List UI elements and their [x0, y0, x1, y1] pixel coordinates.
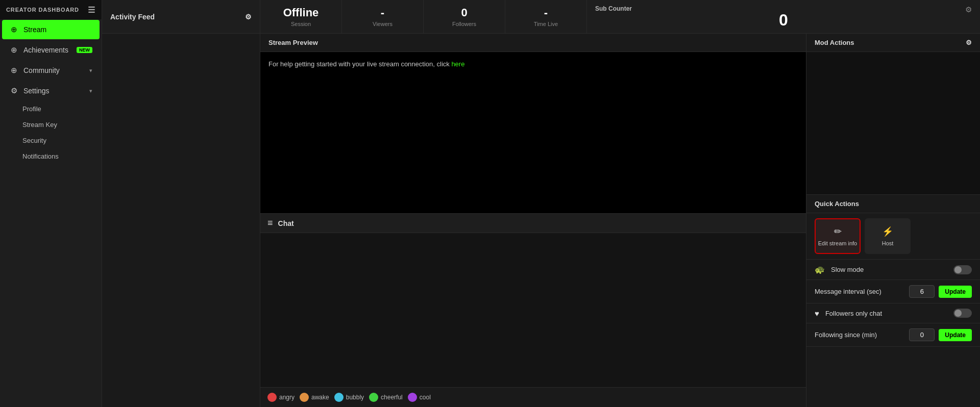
emote-chip-angry[interactable]: angry: [267, 393, 295, 402]
emote-chip-cool[interactable]: cool: [408, 393, 431, 402]
quick-actions-grid: ✏Edit stream info⚡Host: [806, 213, 980, 260]
following-since-input[interactable]: [909, 328, 935, 341]
emote-chip-cheerful[interactable]: cheerful: [369, 393, 403, 402]
sidebar-settings-label: Settings: [23, 87, 50, 95]
quick-action-label-edit-stream-info: Edit stream info: [818, 240, 857, 246]
stream-icon: ⊕: [9, 25, 18, 34]
achievements-icon: ⊕: [9, 45, 18, 55]
following-since-update-button[interactable]: Update: [939, 329, 972, 341]
sub-counter-label: Sub Counter: [595, 5, 632, 12]
quick-action-host[interactable]: ⚡Host: [865, 218, 911, 254]
message-interval-input[interactable]: [909, 285, 935, 298]
stat-session: Offline Session: [260, 0, 342, 33]
sidebar-item-notifications[interactable]: Notifications: [0, 148, 102, 164]
emote-dot-awake: [300, 393, 309, 402]
activity-feed-gear-icon[interactable]: ⚙: [245, 13, 252, 21]
message-interval-row: Message interval (sec) Update: [806, 280, 980, 303]
content-row: Stream Preview For help getting started …: [102, 34, 980, 407]
slow-mode-row: 🐢 Slow mode: [806, 260, 980, 280]
sidebar-stream-label: Stream: [23, 26, 46, 34]
community-chevron: ▾: [89, 67, 92, 74]
followers-chat-icon: ♥: [815, 309, 819, 318]
chat-section: ≡ Chat angryawakebubblycheerfulcool: [260, 213, 806, 407]
mod-actions-body: [806, 52, 980, 195]
community-icon: ⊕: [9, 66, 18, 75]
stat-session-label: Session: [291, 21, 311, 27]
stream-key-label: Stream Key: [22, 121, 57, 129]
settings-icon: ⚙: [9, 86, 18, 95]
followers-only-chat-row: ♥ Followers only chat: [806, 303, 980, 323]
emote-dot-angry: [267, 393, 277, 402]
stat-time-live-value: -: [544, 6, 548, 19]
emote-chip-bubbly[interactable]: bubbly: [334, 393, 364, 402]
stream-preview-title: Stream Preview: [268, 39, 318, 46]
stat-followers-label: Followers: [452, 21, 476, 27]
quick-actions-title: Quick Actions: [815, 200, 859, 208]
right-panel: Mod Actions ⚙ Quick Actions ✏Edit stream…: [806, 34, 980, 407]
main-content: Activity Feed ⚙ Offline Session - Viewer…: [102, 0, 980, 407]
stat-time-live: - Time live: [505, 0, 587, 33]
sidebar-menu-icon[interactable]: ☰: [88, 5, 95, 15]
sidebar-item-achievements[interactable]: ⊕ Achievements NEW: [2, 40, 100, 60]
stats-row: Offline Session - Viewers 0 Followers - …: [260, 0, 980, 33]
emote-label-cheerful: cheerful: [381, 394, 403, 401]
profile-label: Profile: [22, 105, 41, 113]
sub-counter-gear-icon[interactable]: ⚙: [965, 5, 972, 14]
quick-actions-header: Quick Actions: [806, 195, 980, 213]
stat-followers: 0 Followers: [424, 0, 505, 33]
sidebar-item-stream-key[interactable]: Stream Key: [0, 117, 102, 133]
message-interval-update-button[interactable]: Update: [939, 286, 972, 298]
chat-header: ≡ Chat: [260, 214, 806, 233]
mod-actions-gear-icon[interactable]: ⚙: [966, 39, 972, 46]
notifications-label: Notifications: [22, 152, 59, 160]
stat-followers-value: 0: [461, 6, 467, 19]
emote-label-bubbly: bubbly: [346, 394, 364, 401]
followers-only-chat-toggle[interactable]: [953, 309, 972, 318]
slow-mode-toggle[interactable]: [953, 265, 972, 274]
mod-actions-header: Mod Actions ⚙: [806, 34, 980, 52]
slow-mode-label: Slow mode: [831, 266, 949, 273]
followers-only-chat-label: Followers only chat: [825, 310, 949, 317]
emote-label-angry: angry: [279, 394, 295, 401]
emote-label-awake: awake: [311, 394, 329, 401]
stream-preview-link[interactable]: here: [451, 60, 464, 68]
stream-preview-help-text: For help getting started with your live …: [268, 60, 451, 68]
following-since-row: Following since (min) Update: [806, 323, 980, 347]
emote-dot-cool: [408, 393, 417, 402]
sidebar-item-settings[interactable]: ⚙ Settings ▾: [2, 81, 100, 100]
sub-counter-value: 0: [779, 11, 788, 30]
quick-action-icon-edit-stream-info: ✏: [834, 226, 842, 237]
stat-viewers: - Viewers: [342, 0, 424, 33]
security-label: Security: [22, 137, 46, 144]
emote-chip-awake[interactable]: awake: [300, 393, 329, 402]
mod-actions-title: Mod Actions: [815, 39, 854, 46]
chat-list-icon: ≡: [267, 218, 273, 228]
sidebar-item-security[interactable]: Security: [0, 133, 102, 148]
sidebar-header: CREATOR DASHBOARD ☰: [0, 0, 102, 19]
stat-time-live-label: Time live: [534, 21, 558, 27]
activity-feed-panel: [102, 34, 260, 407]
chat-body: [260, 233, 806, 387]
stream-preview-header: Stream Preview: [260, 34, 806, 52]
achievements-badge: NEW: [77, 47, 92, 53]
chat-emotes: angryawakebubblycheerfulcool: [260, 387, 806, 407]
stream-preview-body: For help getting started with your live …: [260, 52, 806, 213]
slow-mode-icon: 🐢: [815, 265, 825, 274]
settings-chevron: ▾: [89, 88, 92, 94]
sidebar-item-community[interactable]: ⊕ Community ▾: [2, 61, 100, 80]
sidebar-item-profile[interactable]: Profile: [0, 101, 102, 117]
activity-feed-title: Activity Feed: [110, 13, 155, 21]
sidebar-title: CREATOR DASHBOARD: [6, 7, 79, 13]
sub-counter-block: Sub Counter ⚙ 0: [587, 0, 980, 33]
following-since-label: Following since (min): [815, 331, 905, 339]
emote-dot-bubbly: [334, 393, 344, 402]
emote-label-cool: cool: [420, 394, 431, 401]
stat-session-value: Offline: [283, 6, 319, 19]
stat-viewers-value: -: [381, 6, 384, 19]
message-interval-label: Message interval (sec): [815, 288, 905, 295]
sidebar-community-label: Community: [23, 66, 60, 74]
activity-feed-header: Activity Feed ⚙: [102, 0, 260, 33]
sidebar-item-stream[interactable]: ⊕ Stream: [2, 20, 100, 39]
quick-action-edit-stream-info[interactable]: ✏Edit stream info: [815, 218, 861, 254]
top-bar: Activity Feed ⚙ Offline Session - Viewer…: [102, 0, 980, 34]
